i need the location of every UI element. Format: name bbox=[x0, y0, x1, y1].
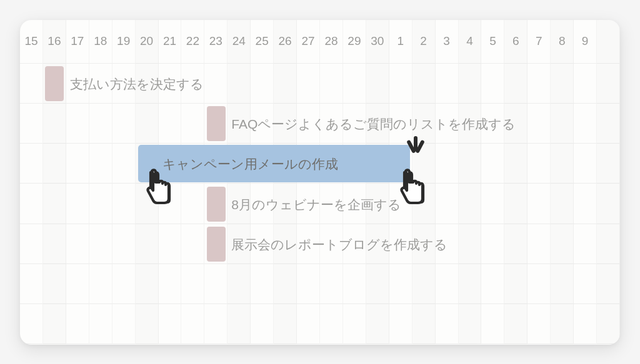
grid-cell[interactable] bbox=[251, 304, 274, 344]
grid-cell[interactable] bbox=[159, 304, 182, 344]
grid-cell[interactable] bbox=[551, 304, 574, 344]
grid-cell[interactable] bbox=[20, 64, 43, 104]
grid-cell[interactable] bbox=[181, 104, 204, 144]
grid-cell[interactable] bbox=[551, 224, 574, 264]
task-payment-label[interactable]: 支払い方法を決定する bbox=[70, 76, 204, 93]
grid-cell[interactable] bbox=[574, 104, 597, 144]
grid-cell[interactable] bbox=[459, 224, 482, 264]
grid-cell[interactable] bbox=[504, 64, 528, 104]
grid-cell[interactable] bbox=[436, 304, 459, 344]
grid-cell[interactable] bbox=[343, 304, 366, 344]
task-campaign-label[interactable]: キャンペーン用メールの作成 bbox=[162, 155, 338, 173]
grid-cell[interactable] bbox=[389, 264, 412, 304]
task-faq-marker[interactable] bbox=[207, 106, 226, 141]
task-report-marker[interactable] bbox=[207, 227, 226, 262]
grid-cell[interactable] bbox=[136, 224, 159, 264]
grid-cell[interactable] bbox=[112, 304, 136, 344]
grid-cell[interactable] bbox=[597, 184, 620, 224]
grid-cell[interactable] bbox=[204, 264, 228, 304]
grid-cell[interactable] bbox=[389, 64, 412, 104]
grid-cell[interactable] bbox=[251, 264, 274, 304]
grid-cell[interactable] bbox=[89, 104, 112, 144]
grid-cell[interactable] bbox=[181, 184, 204, 224]
task-webinar-label[interactable]: 8月のウェビナーを企画する bbox=[231, 196, 401, 214]
grid-cell[interactable] bbox=[481, 224, 504, 264]
grid-cell[interactable] bbox=[574, 64, 597, 104]
grid-cell[interactable] bbox=[597, 144, 620, 184]
grid-cell[interactable] bbox=[66, 304, 89, 344]
grid-cell[interactable] bbox=[89, 144, 112, 184]
grid-cell[interactable] bbox=[43, 104, 66, 144]
grid-cell[interactable] bbox=[412, 264, 436, 304]
grid-cell[interactable] bbox=[597, 264, 620, 304]
grid-cell[interactable] bbox=[504, 144, 528, 184]
grid-cell[interactable] bbox=[204, 304, 228, 344]
grid-cell[interactable] bbox=[551, 104, 574, 144]
grid-cell[interactable] bbox=[528, 184, 551, 224]
grid-cell[interactable] bbox=[320, 304, 343, 344]
grid-cell[interactable] bbox=[228, 64, 251, 104]
grid-cell[interactable] bbox=[66, 104, 89, 144]
grid-cell[interactable] bbox=[366, 304, 389, 344]
grid-cell[interactable] bbox=[574, 224, 597, 264]
grid-cell[interactable] bbox=[181, 304, 204, 344]
grid-cell[interactable] bbox=[89, 264, 112, 304]
grid-cell[interactable] bbox=[459, 304, 482, 344]
grid-cell[interactable] bbox=[66, 144, 89, 184]
grid-cell[interactable] bbox=[574, 144, 597, 184]
grid-cell[interactable] bbox=[274, 64, 297, 104]
grid-cell[interactable] bbox=[159, 104, 182, 144]
grid-cell[interactable] bbox=[159, 264, 182, 304]
grid-cell[interactable] bbox=[20, 304, 43, 344]
grid-cell[interactable] bbox=[297, 304, 320, 344]
grid-cell[interactable] bbox=[20, 224, 43, 264]
grid-cell[interactable] bbox=[112, 264, 136, 304]
grid-cell[interactable] bbox=[274, 264, 297, 304]
grid-cell[interactable] bbox=[112, 184, 136, 224]
grid-cell[interactable] bbox=[528, 64, 551, 104]
grid-cell[interactable] bbox=[228, 264, 251, 304]
grid-cell[interactable] bbox=[459, 184, 482, 224]
grid-cell[interactable] bbox=[20, 144, 43, 184]
grid-cell[interactable] bbox=[297, 264, 320, 304]
grid-cell[interactable] bbox=[228, 304, 251, 344]
grid-cell[interactable] bbox=[136, 264, 159, 304]
grid-cell[interactable] bbox=[528, 224, 551, 264]
grid-cell[interactable] bbox=[320, 64, 343, 104]
grid-cell[interactable] bbox=[574, 264, 597, 304]
grid-cell[interactable] bbox=[20, 264, 43, 304]
grid-cell[interactable] bbox=[528, 264, 551, 304]
grid-cell[interactable] bbox=[436, 264, 459, 304]
grid-cell[interactable] bbox=[159, 224, 182, 264]
grid-cell[interactable] bbox=[343, 264, 366, 304]
grid-cell[interactable] bbox=[481, 304, 504, 344]
grid-cell[interactable] bbox=[251, 64, 274, 104]
grid-cell[interactable] bbox=[597, 64, 620, 104]
grid-cell[interactable] bbox=[528, 104, 551, 144]
grid-cell[interactable] bbox=[436, 184, 459, 224]
grid-cell[interactable] bbox=[504, 264, 528, 304]
grid-cell[interactable] bbox=[481, 264, 504, 304]
grid-cell[interactable] bbox=[89, 184, 112, 224]
grid-cell[interactable] bbox=[597, 224, 620, 264]
task-payment-marker[interactable] bbox=[45, 66, 64, 101]
grid-cell[interactable] bbox=[66, 184, 89, 224]
grid-cell[interactable] bbox=[481, 184, 504, 224]
grid-cell[interactable] bbox=[412, 304, 436, 344]
task-webinar-marker[interactable] bbox=[207, 187, 226, 222]
grid-cell[interactable] bbox=[551, 64, 574, 104]
grid-cell[interactable] bbox=[181, 224, 204, 264]
grid-cell[interactable] bbox=[436, 144, 459, 184]
grid-cell[interactable] bbox=[136, 104, 159, 144]
grid-cell[interactable] bbox=[181, 264, 204, 304]
grid-cell[interactable] bbox=[89, 224, 112, 264]
grid-cell[interactable] bbox=[66, 264, 89, 304]
grid-cell[interactable] bbox=[112, 224, 136, 264]
grid-cell[interactable] bbox=[20, 184, 43, 224]
task-faq-label[interactable]: FAQページよくあるご質問のリストを作成する bbox=[231, 116, 516, 133]
grid-cell[interactable] bbox=[320, 264, 343, 304]
grid-cell[interactable] bbox=[43, 184, 66, 224]
grid-cell[interactable] bbox=[412, 64, 436, 104]
grid-cell[interactable] bbox=[504, 224, 528, 264]
grid-cell[interactable] bbox=[20, 104, 43, 144]
